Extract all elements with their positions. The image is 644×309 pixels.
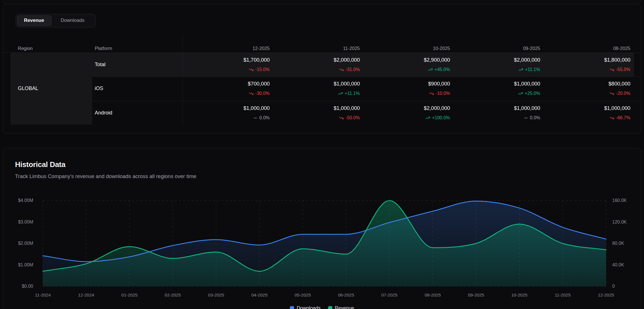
legend-item-revenue: Revenue [328, 305, 354, 309]
header-divider [3, 53, 641, 53]
y-axis-tick-right: 160.0K [612, 198, 643, 203]
historical-data-card: Historical Data Track Limbus Company's r… [3, 148, 641, 309]
legend-color-chip [290, 306, 294, 309]
y-axis-tick-left: $0.00 [5, 284, 33, 289]
x-axis-tick: 11-2025 [546, 292, 580, 298]
y-axis-tick-right: 0 [612, 284, 643, 289]
cell-change: +11.1% [286, 91, 360, 96]
minus-icon [523, 116, 528, 120]
trending-up-icon [425, 116, 430, 120]
platform-label: Total [95, 61, 105, 68]
trending-down-icon [339, 67, 344, 72]
cell-change: -15.0% [196, 67, 270, 72]
cell-value: $1,800,000 [557, 57, 630, 63]
trending-up-icon [518, 67, 523, 72]
cell-change-text: -10.0% [436, 91, 450, 96]
region-label-global: GLOBAL [18, 85, 38, 91]
cell-value: $1,000,000 [286, 81, 360, 87]
tab-downloads[interactable]: Downloads [51, 14, 94, 27]
cell-value: $1,700,000 [196, 57, 270, 63]
trending-down-icon [429, 91, 434, 96]
revenue-table-card: Revenue Downloads Region Platform 12-202… [3, 4, 641, 134]
cell-change-text: 0.0% [259, 115, 270, 121]
cell-change: +100.0% [376, 115, 450, 121]
legend-item-downloads: Downloads [290, 305, 320, 309]
cell-change-text: -15.0% [255, 67, 270, 72]
cell-change-text: -55.0% [616, 67, 630, 72]
cell-change-text: +11.1% [525, 67, 540, 72]
column-header-month: 12-2025 [196, 41, 270, 56]
cell-change: 0.0% [196, 115, 270, 121]
x-axis-tick: 09-2025 [459, 292, 493, 298]
y-axis-tick-right: 80.0K [612, 241, 643, 246]
cell-change: -10.0% [376, 91, 450, 96]
cell-change: +45.0% [376, 67, 450, 72]
cell-value: $700,000 [196, 81, 270, 87]
x-axis-tick: 08-2025 [416, 292, 450, 298]
x-axis-tick: 10-2025 [502, 292, 536, 298]
cell-change: -20.0% [557, 91, 630, 96]
trending-down-icon [249, 91, 254, 96]
legend-label: Revenue [335, 305, 354, 309]
trending-down-icon [339, 116, 344, 120]
y-axis-tick-left: $4.00M [5, 198, 33, 203]
cell-change-text: -20.0% [616, 91, 630, 96]
cell-change: -66.7% [557, 115, 630, 121]
x-axis-tick: 05-2025 [286, 292, 320, 298]
column-header-month: 11-2025 [286, 41, 360, 56]
tab-revenue[interactable]: Revenue [17, 14, 51, 27]
cell-change: +25.0% [466, 91, 540, 96]
column-header-region: Region [18, 41, 33, 56]
row-divider [92, 101, 641, 101]
x-axis-tick: 12-2024 [69, 292, 103, 298]
cell-change-text: +11.1% [345, 91, 360, 96]
cell-value: $1,000,000 [196, 105, 270, 111]
cell-value: $800,000 [557, 81, 630, 87]
x-axis-tick: 03-2025 [199, 292, 233, 298]
x-axis-tick: 01-2025 [113, 292, 147, 298]
cell-change: +11.1% [466, 67, 540, 72]
x-axis-tick: 06-2025 [329, 292, 363, 298]
cell-change: 0.0% [466, 115, 540, 121]
cell-change: -30.0% [196, 91, 270, 96]
legend-color-chip [328, 306, 332, 309]
x-axis-tick: 07-2025 [372, 292, 406, 298]
area-chart-plot[interactable] [43, 201, 606, 286]
x-axis-tick: 12-2025 [589, 292, 623, 298]
platform-column-divider [183, 34, 183, 125]
metric-tabs: Revenue Downloads [16, 14, 96, 28]
cell-value: $1,000,000 [557, 105, 630, 111]
y-axis-tick-left: $3.00M [5, 220, 33, 225]
y-axis-tick-left: $1.00M [5, 262, 33, 268]
cell-change-text: -66.7% [616, 115, 630, 121]
cell-value: $2,000,000 [286, 57, 360, 63]
dashboard-page: { "tabs": { "items": [ {"label": "Revenu… [0, 0, 644, 309]
cell-change-text: +45.0% [434, 67, 450, 72]
trending-down-icon [609, 91, 614, 96]
column-header-month: 10-2025 [376, 41, 450, 56]
cell-change-text: -50.0% [345, 115, 360, 121]
cell-value: $900,000 [376, 81, 450, 87]
cell-value: $1,000,000 [466, 81, 540, 87]
row-divider [92, 76, 641, 77]
cell-change-text: +100.0% [432, 115, 450, 121]
cell-change: -50.0% [286, 115, 360, 121]
cell-change: -55.0% [557, 67, 630, 72]
y-axis-tick-right: 40.0K [612, 262, 643, 268]
cell-value: $2,000,000 [466, 57, 540, 63]
trending-up-icon [338, 91, 343, 96]
x-axis-tick: 02-2025 [156, 292, 190, 298]
trending-down-icon [609, 67, 614, 72]
chart-title: Historical Data [15, 160, 66, 169]
column-header-platform: Platform [95, 41, 112, 56]
cell-change-text: 0.0% [530, 115, 540, 121]
trending-up-icon [518, 91, 523, 96]
cell-value: $2,900,000 [376, 57, 450, 63]
cell-value: $1,000,000 [286, 105, 360, 111]
platform-label: iOS [95, 85, 103, 91]
cell-change: -31.0% [286, 67, 360, 72]
minus-icon [253, 116, 258, 120]
platform-label: Android [95, 110, 112, 116]
trending-down-icon [609, 116, 614, 120]
trending-down-icon [249, 67, 254, 72]
